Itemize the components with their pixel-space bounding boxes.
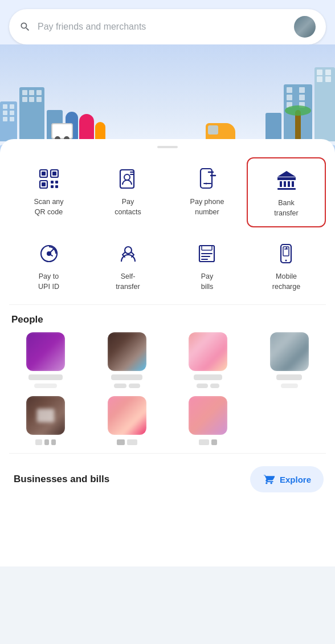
action-self-transfer[interactable]: Self-transfer bbox=[88, 232, 168, 300]
main-card: Scan anyQR code Paycontacts bbox=[0, 139, 335, 566]
action-scan-qr[interactable]: Scan anyQR code bbox=[9, 157, 88, 227]
svg-rect-1 bbox=[42, 172, 46, 176]
mobile-recharge-icon bbox=[273, 240, 300, 267]
person-avatar-4 bbox=[270, 332, 309, 371]
svg-rect-8 bbox=[51, 185, 54, 188]
svg-point-15 bbox=[205, 183, 207, 185]
action-bank-transfer[interactable]: Banktransfer bbox=[247, 157, 326, 227]
section-divider-1 bbox=[9, 304, 326, 305]
svg-rect-9 bbox=[55, 185, 58, 188]
pay-bills-icon bbox=[194, 240, 221, 267]
action-pay-contacts[interactable]: Paycontacts bbox=[88, 157, 168, 227]
explore-label: Explore bbox=[280, 475, 311, 484]
person-avatar-1 bbox=[26, 332, 65, 371]
svg-rect-6 bbox=[51, 181, 54, 184]
pay-contacts-label: Paycontacts bbox=[115, 197, 141, 217]
scan-qr-icon bbox=[35, 165, 63, 193]
svg-point-34 bbox=[285, 260, 287, 262]
businesses-bills-title: Businesses and bills bbox=[11, 474, 112, 485]
svg-rect-18 bbox=[284, 181, 286, 187]
self-transfer-icon bbox=[115, 240, 142, 267]
person-name-blur-4 bbox=[276, 374, 302, 380]
person-name-blur-2 bbox=[111, 374, 142, 380]
pay-bills-label: Paybills bbox=[201, 272, 214, 292]
pay-upi-label: Pay toUPI ID bbox=[38, 272, 59, 292]
drag-handle bbox=[157, 146, 178, 148]
banner-illustration bbox=[0, 44, 335, 153]
person-name-blur-1 bbox=[28, 374, 63, 380]
search-bar[interactable]: Pay friends and merchants bbox=[9, 9, 326, 44]
shop-icon bbox=[263, 473, 275, 486]
person-avatar-2 bbox=[108, 332, 146, 371]
search-icon bbox=[19, 21, 31, 32]
mobile-recharge-label: Mobilerecharge bbox=[272, 272, 300, 292]
pay-phone-label: Pay phonenumber bbox=[190, 197, 224, 217]
person-avatar-6 bbox=[108, 396, 146, 435]
person-item-3[interactable] bbox=[171, 332, 245, 388]
svg-rect-3 bbox=[52, 172, 56, 176]
svg-rect-21 bbox=[277, 188, 296, 190]
person-item-1[interactable] bbox=[9, 332, 83, 388]
section-divider-2 bbox=[9, 453, 326, 454]
svg-rect-22 bbox=[277, 177, 296, 180]
person-avatar-7 bbox=[189, 396, 227, 435]
action-pay-bills[interactable]: Paybills bbox=[168, 232, 247, 300]
bottom-section: Businesses and bills Explore bbox=[9, 457, 326, 497]
person-avatar-5 bbox=[26, 396, 65, 435]
scan-qr-label: Scan anyQR code bbox=[34, 197, 63, 217]
action-grid-row1: Scan anyQR code Paycontacts bbox=[9, 157, 326, 227]
pay-contacts-icon bbox=[115, 165, 142, 193]
person-item-5[interactable] bbox=[9, 396, 83, 445]
person-sub-blur-1 bbox=[34, 384, 57, 388]
action-pay-upi[interactable]: Pay toUPI ID bbox=[9, 232, 88, 300]
bank-transfer-icon bbox=[273, 166, 300, 194]
bank-transfer-label: Banktransfer bbox=[274, 198, 298, 218]
people-grid-row1 bbox=[9, 332, 326, 388]
svg-point-11 bbox=[124, 174, 130, 180]
self-transfer-label: Self-transfer bbox=[116, 272, 140, 292]
people-section-title: People bbox=[9, 314, 326, 325]
svg-rect-17 bbox=[280, 181, 282, 187]
people-grid-row2 bbox=[9, 396, 326, 445]
person-item-6[interactable] bbox=[91, 396, 164, 445]
svg-rect-20 bbox=[292, 181, 294, 187]
user-avatar[interactable] bbox=[294, 16, 316, 38]
pay-phone-icon bbox=[194, 165, 221, 193]
svg-rect-7 bbox=[55, 181, 58, 184]
person-item-7[interactable] bbox=[171, 396, 245, 445]
svg-point-25 bbox=[125, 247, 132, 254]
person-name-blur-3 bbox=[194, 374, 222, 380]
svg-rect-27 bbox=[202, 246, 212, 250]
person-item-2[interactable] bbox=[91, 332, 164, 388]
person-avatar-3 bbox=[189, 332, 227, 371]
search-input-placeholder: Pay friends and merchants bbox=[38, 22, 287, 32]
action-pay-phone[interactable]: Pay phonenumber bbox=[168, 157, 247, 227]
pay-upi-icon bbox=[35, 240, 63, 267]
svg-rect-19 bbox=[288, 181, 290, 187]
action-mobile-recharge[interactable]: Mobilerecharge bbox=[247, 232, 326, 300]
svg-rect-5 bbox=[42, 182, 46, 186]
explore-button[interactable]: Explore bbox=[250, 466, 324, 492]
action-grid-row2: Pay toUPI ID Self-transfer bbox=[9, 232, 326, 300]
svg-marker-16 bbox=[277, 171, 296, 177]
header: Pay friends and merchants bbox=[0, 0, 335, 44]
person-item-4[interactable] bbox=[253, 332, 326, 388]
